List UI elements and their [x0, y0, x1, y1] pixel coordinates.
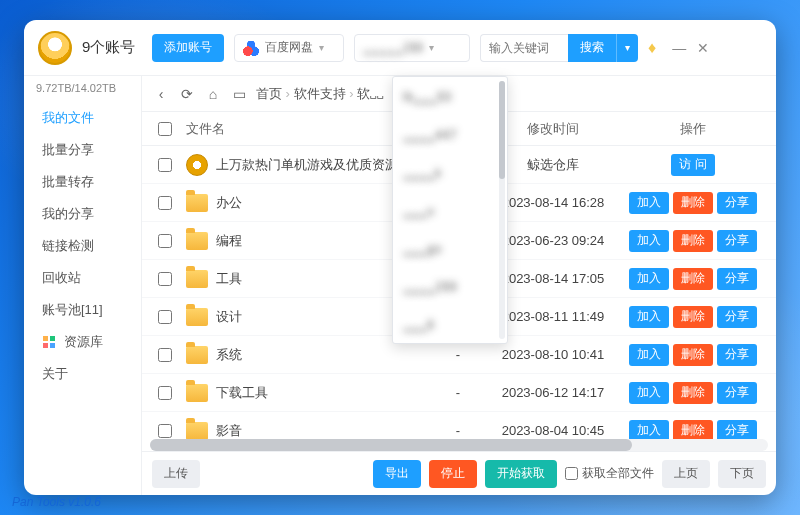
folder-icon: [186, 422, 208, 440]
row-action-button[interactable]: 加入: [629, 268, 669, 290]
row-action-button[interactable]: 分享: [717, 268, 757, 290]
row-action-button[interactable]: 加入: [629, 230, 669, 252]
sidebar-item[interactable]: 我的分享: [24, 198, 141, 230]
row-action-button[interactable]: 分享: [717, 306, 757, 328]
col-name-header[interactable]: 文件名: [180, 120, 428, 138]
row-checkbox[interactable]: [158, 348, 172, 362]
row-action-button[interactable]: 加入: [629, 344, 669, 366]
row-checkbox[interactable]: [158, 310, 172, 324]
search-input[interactable]: [480, 34, 568, 62]
horizontal-scrollbar[interactable]: [150, 439, 768, 451]
row-action-button[interactable]: 删除: [673, 306, 713, 328]
app-window: 9个账号 添加账号 百度网盘 ▾ ␣␣␣␣␣299 ▾ 搜索 ▾ ♦ — ✕ 9…: [24, 20, 776, 495]
account-dropdown[interactable]: lb␣␣␣50␣␣␣␣447␣␣␣␣k␣␣␣u␣␣␣go␣␣␣␣299␣␣␣6: [392, 76, 508, 344]
nav-newfolder-icon[interactable]: ▭: [230, 86, 248, 102]
cloud-provider-label: 百度网盘: [265, 39, 313, 56]
row-action-button[interactable]: 删除: [673, 192, 713, 214]
breadcrumb-item[interactable]: 软件支持: [294, 86, 346, 101]
row-checkbox[interactable]: [158, 386, 172, 400]
search-group: 搜索 ▾: [480, 34, 638, 62]
upload-button[interactable]: 上传: [152, 460, 200, 488]
account-select[interactable]: ␣␣␣␣␣299 ▾: [354, 34, 470, 62]
row-action-button[interactable]: 分享: [717, 382, 757, 404]
nav-back-icon[interactable]: ‹: [152, 86, 170, 102]
sidebar-item[interactable]: 链接检测: [24, 230, 141, 262]
start-button[interactable]: 开始获取: [485, 460, 557, 488]
sidebar-item-label: 批量转存: [42, 173, 94, 191]
row-action-button[interactable]: 访 问: [671, 154, 714, 176]
chevron-down-icon: ▾: [429, 42, 434, 53]
row-action-button[interactable]: 加入: [629, 382, 669, 404]
sidebar-item-label: 链接检测: [42, 237, 94, 255]
cell-time: 2023-08-04 10:45: [488, 423, 618, 438]
next-page-button[interactable]: 下页: [718, 460, 766, 488]
scrollbar-thumb[interactable]: [150, 439, 632, 451]
sidebar-item[interactable]: 我的文件: [24, 102, 141, 134]
account-count-label: 9个账号: [82, 38, 142, 57]
cell-size: -: [428, 385, 488, 400]
row-action-button[interactable]: 加入: [629, 420, 669, 440]
dropdown-option-label: ␣␣␣6: [403, 317, 434, 332]
table-row[interactable]: 影音-2023-08-04 10:45加入删除分享: [142, 412, 776, 439]
cell-name: 编程: [180, 232, 428, 250]
dropdown-option[interactable]: ␣␣␣go: [393, 229, 507, 267]
sidebar-item[interactable]: 账号池[11]: [24, 294, 141, 326]
row-checkbox[interactable]: [158, 424, 172, 438]
breadcrumb-item[interactable]: 首页: [256, 86, 282, 101]
minimize-button[interactable]: —: [670, 39, 688, 57]
dropdown-option[interactable]: ␣␣␣␣299: [393, 267, 507, 305]
cell-name: 办公: [180, 194, 428, 212]
dropdown-option[interactable]: lb␣␣␣50: [393, 77, 507, 115]
get-all-checkbox-label[interactable]: 获取全部文件: [565, 465, 654, 482]
get-all-checkbox[interactable]: [565, 467, 578, 480]
cell-ops: 加入删除分享: [618, 382, 768, 404]
dropdown-option[interactable]: ␣␣␣␣447: [393, 115, 507, 153]
table-row[interactable]: 下载工具-2023-06-12 14:17加入删除分享: [142, 374, 776, 412]
title-bar: 9个账号 添加账号 百度网盘 ▾ ␣␣␣␣␣299 ▾ 搜索 ▾ ♦ — ✕: [24, 20, 776, 76]
row-action-button[interactable]: 分享: [717, 344, 757, 366]
row-action-button[interactable]: 删除: [673, 420, 713, 440]
diamond-icon[interactable]: ♦: [648, 39, 656, 57]
dropdown-option[interactable]: ␣␣␣6: [393, 305, 507, 343]
search-more-button[interactable]: ▾: [616, 34, 638, 62]
row-action-button[interactable]: 删除: [673, 230, 713, 252]
sidebar-item[interactable]: 回收站: [24, 262, 141, 294]
sidebar-item[interactable]: 批量转存: [24, 166, 141, 198]
cell-name: 下载工具: [180, 384, 428, 402]
row-action-button[interactable]: 分享: [717, 192, 757, 214]
dropdown-option[interactable]: ␣␣␣u: [393, 191, 507, 229]
sidebar-item[interactable]: 资源库: [24, 326, 141, 358]
row-action-button[interactable]: 分享: [717, 420, 757, 440]
cell-name: 影音: [180, 422, 428, 440]
row-action-button[interactable]: 分享: [717, 230, 757, 252]
cell-ops: 加入删除分享: [618, 344, 768, 366]
row-action-button[interactable]: 删除: [673, 382, 713, 404]
dropdown-scrollbar[interactable]: [499, 81, 505, 339]
nav-refresh-icon[interactable]: ⟳: [178, 86, 196, 102]
row-checkbox[interactable]: [158, 234, 172, 248]
cell-ops: 加入删除分享: [618, 230, 768, 252]
row-action-button[interactable]: 删除: [673, 344, 713, 366]
row-action-button[interactable]: 删除: [673, 268, 713, 290]
sidebar-item-label: 回收站: [42, 269, 81, 287]
nav-home-icon[interactable]: ⌂: [204, 86, 222, 102]
close-button[interactable]: ✕: [694, 39, 712, 57]
dropdown-option[interactable]: ␣␣␣␣k: [393, 153, 507, 191]
row-checkbox[interactable]: [158, 272, 172, 286]
sidebar-item[interactable]: 批量分享: [24, 134, 141, 166]
dropdown-scrollbar-thumb[interactable]: [499, 81, 505, 179]
folder-icon: [186, 384, 208, 402]
row-checkbox[interactable]: [158, 196, 172, 210]
row-checkbox[interactable]: [158, 158, 172, 172]
export-button[interactable]: 导出: [373, 460, 421, 488]
prev-page-button[interactable]: 上页: [662, 460, 710, 488]
stop-button[interactable]: 停止: [429, 460, 477, 488]
select-all-checkbox[interactable]: [158, 122, 172, 136]
row-action-button[interactable]: 加入: [629, 192, 669, 214]
add-account-button[interactable]: 添加账号: [152, 34, 224, 62]
sidebar-item[interactable]: 关于: [24, 358, 141, 390]
row-action-button[interactable]: 加入: [629, 306, 669, 328]
cloud-provider-select[interactable]: 百度网盘 ▾: [234, 34, 344, 62]
search-button[interactable]: 搜索: [568, 34, 616, 62]
breadcrumb-item[interactable]: 软␣␣: [357, 86, 384, 101]
